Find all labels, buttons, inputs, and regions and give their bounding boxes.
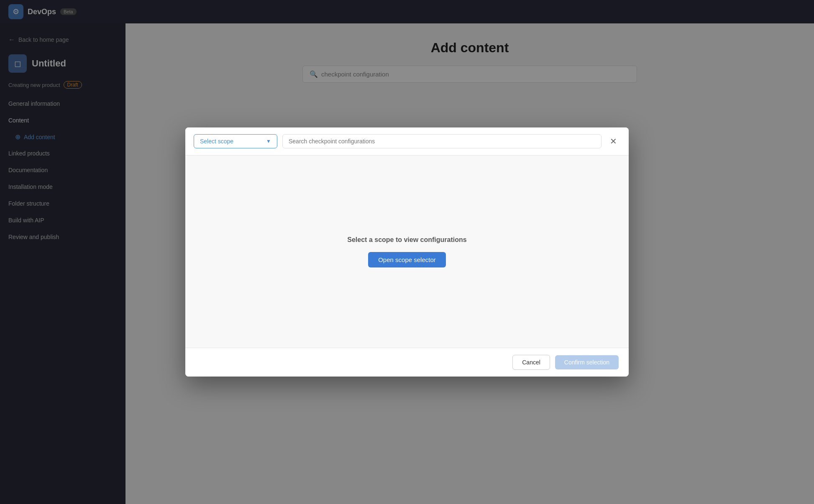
modal: Select scope ▼ ✕ Select a scope to view … (185, 127, 629, 377)
modal-header: Select scope ▼ ✕ (185, 127, 629, 155)
scope-select-label: Select scope (200, 138, 233, 145)
scope-select-dropdown[interactable]: Select scope ▼ (194, 134, 277, 148)
search-configurations-input[interactable] (282, 134, 602, 148)
open-scope-selector-button[interactable]: Open scope selector (368, 252, 446, 267)
modal-close-button[interactable]: ✕ (607, 135, 620, 148)
cancel-button[interactable]: Cancel (512, 355, 550, 370)
confirm-selection-button[interactable]: Confirm selection (555, 355, 619, 369)
modal-body: Select a scope to view configurations Op… (185, 155, 629, 348)
chevron-down-icon: ▼ (266, 138, 271, 144)
modal-footer: Cancel Confirm selection (185, 348, 629, 377)
close-icon: ✕ (610, 137, 617, 146)
empty-state-text: Select a scope to view configurations (347, 236, 466, 244)
